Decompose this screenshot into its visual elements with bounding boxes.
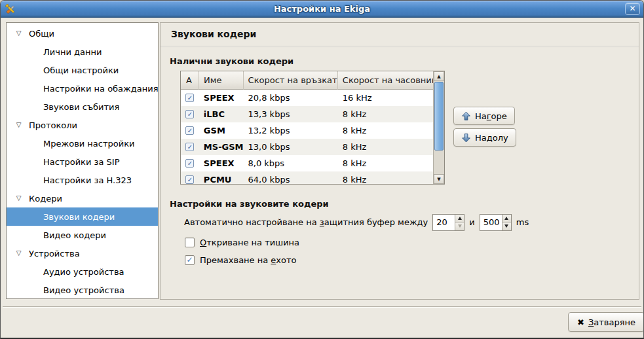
- table-scrollbar[interactable]: ▲ ▼: [433, 71, 444, 184]
- arrow-down-icon: [461, 133, 471, 143]
- sidebar-group-general[interactable]: ▽ Общи: [7, 24, 158, 43]
- move-up-button[interactable]: Нагоре: [453, 107, 515, 125]
- audio-codecs-panel: Звукови кодери Налични звукови кодери A …: [160, 22, 639, 300]
- table-header-row: A Име Скорост на връзката Скорост на час…: [181, 71, 433, 90]
- sidebar-label: Настройки на обажданията: [43, 84, 158, 94]
- jitter-min-spinbox: [432, 214, 464, 231]
- codec-name: MS-GSM: [199, 142, 244, 152]
- codec-name: iLBC: [199, 109, 244, 119]
- silence-detection-checkbox[interactable]: [185, 238, 195, 247]
- column-header-clockrate[interactable]: Скорост на часовника: [338, 71, 433, 90]
- sidebar-group-codecs[interactable]: ▽ Кодери: [7, 189, 158, 207]
- separator: [161, 46, 639, 47]
- codec-checkbox[interactable]: ✓: [185, 143, 194, 151]
- jitter-buffer-label: Автоматично настройване на защитния буфе…: [184, 217, 428, 227]
- silence-detection-label: Откриване на тишина: [200, 238, 299, 247]
- table-row[interactable]: ✓ SPEEX 20,8 kbps 16 kHz: [181, 90, 433, 106]
- table-row[interactable]: ✓ PCMU 64,0 kbps 8 kHz: [181, 171, 433, 184]
- sidebar-label: Настройки за H.323: [43, 175, 132, 185]
- table-row[interactable]: ✓ GSM 13,2 kbps 8 kHz: [181, 122, 433, 139]
- spin-up-icon[interactable]: [455, 215, 464, 223]
- table-row[interactable]: ✓ SPEEX 8,0 kbps 8 kHz: [181, 155, 433, 171]
- codec-clockrate: 8 kHz: [338, 142, 433, 152]
- close-button-label: Затваряне: [588, 317, 635, 327]
- preferences-tree: ▽ Общи Лични данни Общи настройки Настро…: [6, 22, 159, 299]
- codec-name: PCMU: [199, 175, 244, 184]
- sidebar-item-h323-settings[interactable]: Настройки за H.323: [7, 171, 158, 189]
- codec-settings-title: Настройки на звуковите кодери: [170, 199, 329, 209]
- codec-bitrate: 13,2 kbps: [244, 126, 338, 135]
- move-down-label: Надолу: [475, 133, 508, 143]
- codecs-table-body: A Име Скорост на връзката Скорост на час…: [181, 71, 433, 184]
- sidebar-label: Звукови кодери: [43, 212, 115, 222]
- sidebar-item-call-options[interactable]: Настройки на обажданията: [7, 79, 158, 98]
- sidebar-label: Общи настройки: [43, 65, 119, 75]
- codec-bitrate: 20,8 kbps: [244, 93, 338, 103]
- sidebar-group-protocols[interactable]: ▽ Протоколи: [7, 116, 158, 134]
- sidebar-item-video-codecs[interactable]: Видео кодери: [7, 226, 158, 244]
- window-close-button[interactable]: ✕: [625, 3, 640, 15]
- available-codecs-title: Налични звукови кодери: [170, 56, 294, 66]
- spin-up-icon[interactable]: [502, 215, 511, 223]
- column-header-bitrate[interactable]: Скорост на връзката: [244, 71, 338, 90]
- sidebar-item-general-settings[interactable]: Общи настройки: [7, 61, 158, 79]
- move-up-label: Нагоре: [475, 111, 507, 121]
- codec-checkbox[interactable]: ✓: [185, 126, 194, 135]
- sidebar-label: Видео кодери: [43, 230, 106, 240]
- move-down-button[interactable]: Надолу: [453, 128, 516, 147]
- codec-checkbox[interactable]: ✓: [185, 175, 194, 184]
- sidebar-item-audio-devices[interactable]: Аудио устройства: [7, 262, 158, 281]
- table-row[interactable]: ✓ MS-GSM 13,0 kbps 8 kHz: [181, 139, 433, 155]
- jitter-unit-label: ms: [516, 217, 529, 227]
- jitter-max-input[interactable]: [480, 215, 502, 230]
- echo-cancellation-checkbox[interactable]: ✓: [185, 255, 195, 265]
- sidebar-item-sound-events[interactable]: Звукови събития: [7, 98, 158, 116]
- sidebar-item-personal-data[interactable]: Лични данни: [7, 43, 158, 61]
- codec-checkbox[interactable]: ✓: [185, 94, 194, 102]
- sidebar-label: Настройки за SIP: [43, 157, 120, 167]
- jitter-buffer-row: Автоматично настройване на защитния буфе…: [184, 213, 529, 231]
- jitter-conjunction-label: и: [469, 217, 474, 227]
- preferences-window: Настройки на Ekiga ✕ ▽ Общи Лични данни …: [0, 0, 644, 339]
- expander-icon[interactable]: ▽: [14, 195, 23, 202]
- codec-clockrate: 8 kHz: [338, 158, 433, 168]
- titlebar[interactable]: Настройки на Ekiga ✕: [1, 1, 643, 18]
- window-title: Настройки на Ekiga: [1, 4, 643, 14]
- column-header-active[interactable]: A: [181, 71, 199, 90]
- sidebar-label: Протоколи: [29, 120, 77, 130]
- codec-clockrate: 8 kHz: [338, 175, 433, 184]
- codec-checkbox[interactable]: ✓: [185, 110, 194, 118]
- sidebar-item-video-devices[interactable]: Видео устройства: [7, 281, 158, 299]
- sidebar-label: Видео устройства: [43, 285, 124, 295]
- codec-clockrate: 8 kHz: [338, 126, 433, 135]
- spin-down-icon[interactable]: [455, 222, 464, 230]
- codec-checkbox[interactable]: ✓: [185, 159, 194, 168]
- table-row[interactable]: ✓ iLBC 13,3 kbps 8 kHz: [181, 106, 433, 122]
- sidebar-group-devices[interactable]: ▽ Устройства: [7, 244, 158, 262]
- echo-cancellation-label: Премахване на ехото: [200, 255, 297, 265]
- footer-separator: [3, 306, 641, 308]
- column-header-name[interactable]: Име: [199, 71, 244, 90]
- jitter-max-spin-arrows: [502, 215, 511, 230]
- echo-cancellation-option[interactable]: ✓ Премахване на ехото: [185, 255, 297, 265]
- tools-icon: [4, 3, 16, 15]
- codec-bitrate: 13,3 kbps: [244, 109, 338, 119]
- expander-icon[interactable]: ▽: [14, 122, 23, 128]
- silence-detection-option[interactable]: Откриване на тишина: [185, 237, 299, 247]
- sidebar-label: Общи: [29, 29, 54, 39]
- sidebar-item-audio-codecs[interactable]: Звукови кодери: [7, 207, 158, 226]
- jitter-min-input[interactable]: [433, 215, 455, 230]
- sidebar-label: Устройства: [29, 249, 80, 259]
- scrollbar-thumb[interactable]: [434, 82, 444, 151]
- expander-icon[interactable]: ▽: [14, 250, 23, 257]
- expander-icon[interactable]: ▽: [14, 30, 23, 37]
- close-x-icon: ✖: [577, 318, 584, 327]
- codec-name: SPEEX: [199, 93, 244, 103]
- sidebar-item-sip-settings[interactable]: Настройки за SIP: [7, 152, 158, 171]
- close-button[interactable]: ✖ Затваряне: [568, 312, 644, 332]
- scroll-down-icon[interactable]: ▼: [434, 174, 444, 184]
- spin-down-icon[interactable]: [502, 222, 511, 230]
- sidebar-item-network-settings[interactable]: Мрежови настройки: [7, 134, 158, 152]
- scroll-up-icon[interactable]: ▲: [434, 71, 444, 81]
- scrollbar-track[interactable]: [434, 81, 444, 174]
